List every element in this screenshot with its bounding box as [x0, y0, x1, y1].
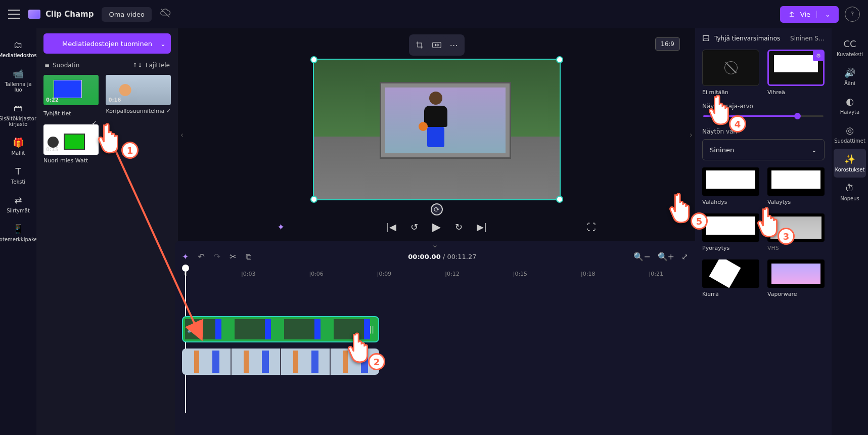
zoom-fit-icon[interactable]: ⤢ [681, 252, 688, 262]
preview-canvas[interactable]: ⟳ [313, 59, 561, 200]
adjust-icon[interactable]: ⚙ [813, 50, 824, 61]
chevron-down-icon[interactable]: ⌄ [816, 11, 831, 18]
total-time: 00:11.27 [447, 253, 476, 260]
timeline: ⌄ ✦ ↶ ↷ ✂ ⧉ 00:00.00 / 00:11.27 🔍− 🔍+ ⤢ [175, 241, 695, 435]
nav-media[interactable]: 🗂 Mediatiedostosi [0, 34, 36, 63]
tool-label: Kuvateksti [837, 52, 863, 57]
property-variant[interactable]: Sininen S… [790, 35, 825, 42]
magic-icon[interactable]: ✦ [182, 252, 189, 262]
sort-button[interactable]: ↑↓ Lajittele [132, 62, 170, 69]
crop-tool[interactable] [411, 36, 428, 54]
zoom-out-icon[interactable]: 🔍− [633, 252, 650, 262]
timeline-clip-selected[interactable]: 🔊 || [182, 316, 379, 342]
transitions-icon: ⇄ [14, 195, 22, 205]
menu-icon[interactable] [8, 10, 20, 19]
help-button[interactable]: ? [845, 7, 860, 22]
tool-speed[interactable]: ⏱Nopeus [832, 178, 868, 206]
undo-icon[interactable]: ↶ [198, 252, 204, 262]
library-icon: 🗃 [14, 103, 23, 113]
ruler-ticks: 0|0:03|0:06|0:09|0:12|0:15|0:18|0:21 [184, 267, 688, 277]
resize-handle[interactable] [310, 196, 317, 203]
camera-icon: 📹 [13, 68, 24, 79]
nav-library[interactable]: 🗃 Sisältökirjaston kirjasto [0, 98, 36, 132]
effect-flash[interactable]: Välähdys [702, 167, 759, 205]
project-name-input[interactable]: Oma video [102, 7, 152, 22]
playhead[interactable] [182, 265, 189, 272]
import-media-button[interactable]: Mediatiedostojen tuominen ⌄ [43, 33, 171, 54]
duplicate-icon[interactable]: ⧉ [246, 252, 251, 262]
nav-library-label: Sisältökirjaston kirjasto [0, 116, 37, 127]
greenscreen-option-none[interactable]: Ei mitään [702, 50, 759, 96]
tool-label: Korostukset [835, 167, 865, 172]
collapse-left-icon[interactable]: ‹ [178, 28, 186, 241]
threshold-slider[interactable] [703, 112, 824, 120]
effect-flicker[interactable]: Väläytys [767, 167, 825, 205]
collapse-timeline-icon[interactable]: ⌄ [175, 241, 695, 248]
nav-media-label: Mediatiedostosi [0, 53, 38, 58]
screen-color-label: Näytön väri [702, 128, 825, 135]
fullscreen-icon[interactable]: ⛶ [587, 222, 596, 232]
effect-vhs[interactable]: VHS [767, 213, 825, 251]
fit-tool[interactable] [428, 36, 445, 54]
import-label: Mediatiedostojen tuominen [62, 40, 152, 48]
duration-badge: 0:22 [46, 97, 59, 103]
tool-adjust[interactable]: ✨Korostukset [834, 149, 866, 178]
left-nav: 🗂 Mediatiedostosi 📹 Tallenna ja luo 🗃 Si… [0, 28, 36, 435]
rewind-icon[interactable]: ↺ [410, 222, 418, 232]
nav-transitions[interactable]: ⇄ Siirtymät [0, 190, 36, 219]
playback-controls: ✦ |◀ ↺ ▶ ↻ ▶| ⛶ [186, 221, 687, 233]
zoom-in-icon[interactable]: 🔍+ [658, 252, 674, 262]
collapse-right-icon[interactable]: › [687, 28, 695, 241]
media-item[interactable]: 0:16 Koripallosuunnitelma ✓ [106, 75, 171, 117]
filter-icon: ≡ [44, 62, 50, 69]
skip-end-icon[interactable]: ▶| [477, 222, 487, 232]
resize-handle[interactable] [310, 56, 317, 63]
filter-label: Suodatin [53, 62, 79, 69]
timeline-clip[interactable] [182, 349, 379, 375]
effect-label: VHS [767, 245, 825, 251]
media-item[interactable]: 0:15 Nuori mies Watt [43, 124, 99, 164]
sync-off-icon[interactable] [160, 8, 171, 21]
properties-panel: 🎞 Tyhjä tienvarsimainos Sininen S… Ei mi… [695, 28, 832, 435]
redo-icon[interactable]: ↷ [214, 252, 220, 262]
split-icon[interactable]: ✂ [230, 252, 236, 262]
nav-templates[interactable]: 🎁 Mallit [0, 132, 36, 161]
option-label: Vihreä [767, 89, 825, 96]
cc-icon: CC [843, 38, 856, 49]
screen-color-select[interactable]: Sininen ⌄ [702, 139, 825, 160]
skip-start-icon[interactable]: |◀ [386, 222, 396, 232]
resize-handle[interactable] [556, 196, 563, 203]
more-tool[interactable]: ⋯ [445, 36, 463, 54]
media-item[interactable]: 0:22 Tyhjät tiet✓ [43, 75, 99, 117]
tool-label: Nopeus [840, 196, 859, 201]
nav-text[interactable]: T Teksti [0, 161, 36, 190]
tool-captions[interactable]: CCKuvateksti [832, 33, 868, 62]
chevron-down-icon[interactable]: ⌄ [160, 40, 166, 48]
aspect-ratio-button[interactable]: 16:9 [655, 37, 680, 51]
forward-icon[interactable]: ↻ [455, 222, 463, 232]
ai-sparkle-icon[interactable]: ✦ [277, 222, 285, 232]
media-title: Tyhjät tiet [43, 110, 71, 117]
tool-label: Suodattimet [834, 138, 865, 144]
stage-column: ‹ ⋯ 16:9 [178, 28, 695, 435]
greenscreen-option-green[interactable]: ⚙ Vihreä [767, 50, 825, 96]
select-value: Sininen [710, 146, 734, 154]
effect-rotate[interactable]: Kierrä [702, 259, 759, 297]
tool-fade[interactable]: ◐Häivytä [832, 91, 868, 120]
resize-handle[interactable] [556, 56, 563, 63]
export-button[interactable]: Vie ⌄ [780, 6, 839, 23]
rotate-handle[interactable]: ⟳ [431, 203, 443, 215]
current-time: 00:00.00 [408, 253, 440, 260]
tool-audio[interactable]: 🔊Ääni [832, 62, 868, 91]
effect-vaporware[interactable]: Vaporware [767, 259, 825, 297]
effect-spin[interactable]: Pyöräytys [702, 213, 759, 251]
play-icon[interactable]: ▶ [432, 221, 441, 233]
nav-brandkit[interactable]: 📱 Tuotemerkkipaketti [0, 219, 36, 247]
timeline-ruler[interactable]: 0|0:03|0:06|0:09|0:12|0:15|0:18|0:21 [182, 267, 688, 281]
filter-button[interactable]: ≡ Suodatin [44, 62, 79, 69]
audio-icon[interactable]: 🔊 [187, 325, 196, 333]
brandkit-icon: 📱 [13, 224, 24, 234]
nav-transitions-label: Siirtymät [7, 208, 30, 213]
nav-record[interactable]: 📹 Tallenna ja luo [0, 63, 36, 98]
tool-filters[interactable]: ◎Suodattimet [832, 120, 868, 149]
